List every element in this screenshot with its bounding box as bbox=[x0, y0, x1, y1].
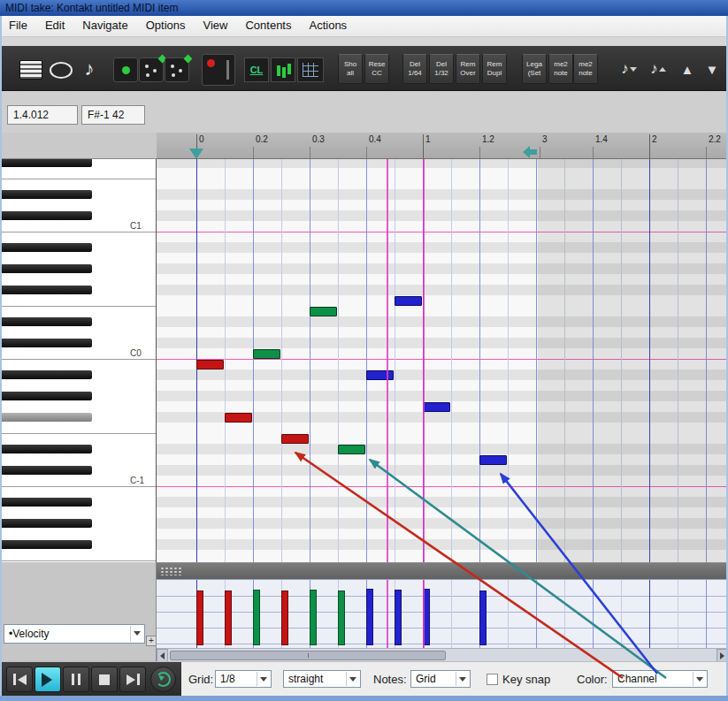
piano-key-gs-1[interactable] bbox=[0, 392, 92, 400]
velocity-bar[interactable] bbox=[366, 589, 373, 645]
octave-up-icon[interactable]: ▲ bbox=[676, 57, 699, 80]
velocity-bar[interactable] bbox=[253, 590, 260, 645]
menu-view[interactable]: View bbox=[194, 16, 236, 37]
piano-key-e1[interactable] bbox=[0, 179, 156, 189]
color-mode-dropdown[interactable]: Channel bbox=[612, 670, 708, 688]
note-transpose-down-icon[interactable]: ♪ bbox=[617, 57, 640, 80]
transport-play-button[interactable] bbox=[34, 667, 61, 692]
note-length-dropdown[interactable]: Grid bbox=[410, 670, 471, 688]
menu-contents[interactable]: Contents bbox=[236, 16, 300, 37]
velocity-bar[interactable] bbox=[310, 590, 317, 645]
piano-key-d1[interactable] bbox=[0, 200, 156, 210]
title-bar[interactable]: MIDI take: Kontakt untitled MIDI item bbox=[0, 0, 728, 16]
piano-keyboard[interactable]: C1C0C-1 bbox=[0, 159, 157, 562]
toolbar-button-lega-set[interactable]: Lega(Set bbox=[522, 54, 547, 84]
piano-key-f-2[interactable] bbox=[0, 550, 156, 560]
midi-note[interactable] bbox=[310, 307, 337, 316]
note-transpose-up-icon[interactable]: ♪ bbox=[647, 57, 670, 80]
cc-lane-icon[interactable]: CL bbox=[244, 57, 269, 82]
piano-key-as-1[interactable] bbox=[0, 370, 92, 379]
piano-key-a0[interactable] bbox=[0, 253, 156, 263]
menu-edit[interactable]: Edit bbox=[36, 16, 73, 37]
piano-key-ds-1[interactable] bbox=[0, 445, 92, 453]
midi-note[interactable] bbox=[366, 370, 394, 380]
horizontal-scrollbar[interactable] bbox=[157, 648, 728, 661]
event-list-icon[interactable] bbox=[19, 60, 42, 80]
piano-key-ds0[interactable] bbox=[0, 317, 92, 326]
menu-file[interactable]: File bbox=[0, 16, 36, 37]
piano-key-e0[interactable] bbox=[0, 306, 156, 316]
piano-key-d-1[interactable] bbox=[0, 454, 156, 465]
velocity-bar[interactable] bbox=[225, 591, 232, 645]
cc-lane-selector[interactable]: •Velocity bbox=[4, 624, 145, 644]
toolbar-button-del-132[interactable]: Del1/32 bbox=[429, 54, 454, 84]
piano-key-fs1[interactable] bbox=[0, 159, 92, 167]
piano-key-b-1[interactable] bbox=[0, 359, 156, 370]
octave-down-icon[interactable]: ▼ bbox=[701, 57, 724, 80]
piano-key-gs-2[interactable] bbox=[0, 519, 92, 528]
key-snap-checkbox[interactable] bbox=[487, 674, 498, 685]
piano-key-gs0[interactable] bbox=[0, 264, 92, 273]
toolbar-button-sho-all[interactable]: Shoall bbox=[338, 54, 363, 84]
toolbar-button-rem-over[interactable]: RemOver bbox=[456, 54, 480, 84]
grid-move-icon[interactable] bbox=[297, 57, 324, 82]
piano-key-e-1[interactable] bbox=[0, 433, 156, 444]
scroll-left-button[interactable] bbox=[157, 649, 168, 662]
midi-note[interactable] bbox=[338, 445, 365, 454]
scrollbar-thumb[interactable] bbox=[170, 651, 446, 660]
piano-key-cs1[interactable] bbox=[0, 211, 92, 220]
piano-key-g-1[interactable] bbox=[0, 401, 156, 412]
toolbar-button-me2-note[interactable]: me2note bbox=[573, 54, 598, 84]
loop-start-marker[interactable] bbox=[189, 149, 203, 159]
timeline-ruler[interactable]: 00.20.30.411.231.422.2 bbox=[157, 133, 728, 159]
piano-key-d0[interactable] bbox=[0, 327, 156, 338]
midi-note[interactable] bbox=[479, 455, 507, 465]
transport-stop-button[interactable] bbox=[91, 667, 118, 692]
transport-repeat-button[interactable] bbox=[150, 667, 176, 692]
toolbar-button-rem-dupl[interactable]: RemDupl bbox=[482, 54, 507, 84]
midi-note[interactable] bbox=[395, 296, 422, 306]
add-cc-lane-button[interactable]: + bbox=[146, 636, 157, 646]
midi-note[interactable] bbox=[196, 360, 224, 370]
velocity-bar[interactable] bbox=[281, 591, 288, 645]
piano-key-as0[interactable] bbox=[0, 243, 92, 252]
menu-navigate[interactable]: Navigate bbox=[73, 16, 136, 37]
splitter-handle[interactable] bbox=[160, 567, 183, 575]
velocity-bar[interactable] bbox=[196, 591, 203, 645]
dice-insert-icon[interactable] bbox=[165, 57, 189, 82]
toolbar-button-me2-note[interactable]: me2note bbox=[548, 54, 573, 84]
piano-key-fs-2[interactable] bbox=[0, 540, 92, 549]
velocity-bar[interactable] bbox=[338, 591, 345, 645]
notation-clef-icon[interactable]: ♪ bbox=[78, 57, 101, 80]
piano-key-a-1[interactable] bbox=[0, 380, 156, 391]
piano-key-ds1[interactable] bbox=[0, 190, 92, 199]
piano-key-fs0[interactable] bbox=[0, 286, 92, 294]
item-end-marker[interactable] bbox=[523, 146, 537, 158]
velocity-bar[interactable] bbox=[395, 590, 402, 645]
toolbar-button-rese-cc[interactable]: ReseCC bbox=[364, 54, 389, 84]
toolbar-button-del-164[interactable]: Del1/64 bbox=[402, 54, 427, 84]
drum-map-icon[interactable] bbox=[50, 62, 73, 79]
piano-key-fs-1[interactable] bbox=[0, 413, 92, 422]
transport-go-to-end-button[interactable] bbox=[119, 667, 146, 692]
midi-note[interactable] bbox=[423, 402, 450, 412]
transport-rewind-button[interactable] bbox=[6, 667, 33, 692]
midi-input-icon[interactable] bbox=[202, 54, 235, 86]
piano-key-cs-1[interactable] bbox=[0, 466, 92, 475]
velocity-lane[interactable] bbox=[157, 579, 728, 648]
record-dot-icon[interactable] bbox=[113, 57, 138, 82]
piano-key-a-2[interactable] bbox=[0, 507, 156, 518]
piano-key-f0[interactable] bbox=[0, 295, 156, 306]
menu-options[interactable]: Options bbox=[137, 16, 195, 37]
piano-key-f-1[interactable] bbox=[0, 423, 156, 433]
piano-key-g0[interactable] bbox=[0, 274, 156, 285]
piano-key-f1[interactable] bbox=[0, 168, 156, 179]
midi-note[interactable] bbox=[225, 413, 252, 423]
piano-key-b-2[interactable] bbox=[0, 486, 156, 497]
menu-actions[interactable]: Actions bbox=[300, 16, 356, 37]
transport-pause-button[interactable] bbox=[63, 667, 89, 692]
piano-key-b0[interactable] bbox=[0, 232, 156, 242]
grid-type-dropdown[interactable]: straight bbox=[283, 670, 361, 688]
dice-play-icon[interactable] bbox=[139, 57, 164, 82]
velocity-bar[interactable] bbox=[479, 591, 487, 645]
